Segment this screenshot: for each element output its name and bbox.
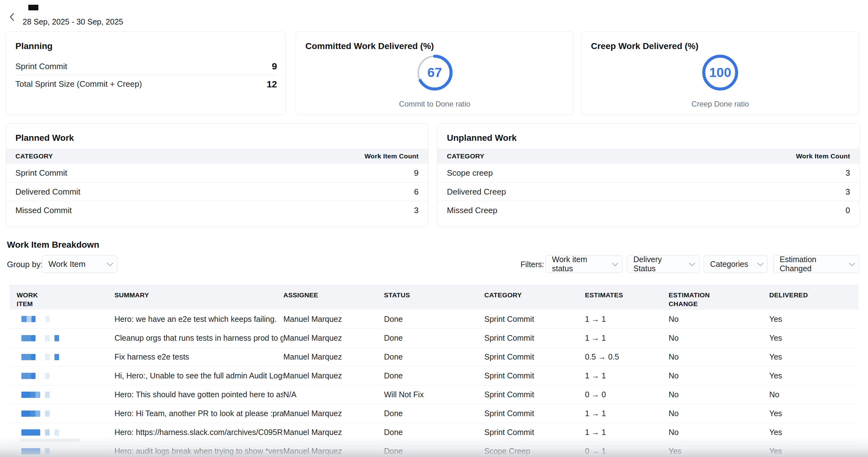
work-item-id-redacted	[17, 404, 115, 423]
work-item-id-redacted	[17, 329, 115, 347]
chevron-down-icon	[107, 260, 113, 266]
committed-gauge-value: 67	[416, 54, 453, 91]
work-item-id-redacted	[17, 385, 115, 404]
work-item-id-redacted	[17, 348, 115, 366]
category-label: Missed Commit	[16, 205, 72, 215]
estimates-cell: 1 → 1	[585, 428, 669, 437]
chevron-down-icon	[849, 260, 855, 266]
table-row[interactable]: Hi, Hero:, Unable to see the full admin …	[9, 366, 859, 385]
delivered-cell: Yes	[769, 333, 856, 342]
estimation-change-cell: Yes	[669, 447, 769, 456]
estimation-change-cell: No	[669, 333, 769, 342]
count-value: 9	[414, 168, 418, 178]
status-cell: Done	[384, 315, 484, 324]
assignee-cell: Manuel Marquez	[283, 333, 384, 342]
table-row: Missed Creep 0	[437, 201, 860, 219]
table-row[interactable]: Hero: Hi Team, another PR to look at ple…	[9, 404, 859, 423]
creep-gauge-value: 100	[702, 54, 738, 91]
delivered-cell: Yes	[769, 409, 856, 418]
filter-label: Estimation Changed	[780, 255, 844, 273]
filter-work-item-status[interactable]: Work item status	[545, 255, 622, 273]
estimation-change-cell: No	[669, 315, 769, 324]
table-row[interactable]: Hero: This should have gotten pointed he…	[9, 385, 859, 404]
column-estimation-change: ESTIMATION CHANGE	[669, 291, 716, 308]
delivered-cell: No	[769, 390, 856, 399]
column-estimates: ESTIMATES	[585, 291, 669, 299]
sprint-date-range: 28 Sep, 2025 - 30 Sep, 2025	[23, 17, 123, 26]
status-cell: Done	[384, 447, 484, 456]
filter-label: Delivery Status	[633, 255, 685, 273]
status-cell: Done	[384, 352, 484, 361]
estimation-change-cell: No	[669, 390, 769, 399]
filter-categories[interactable]: Categories	[704, 255, 768, 273]
delivered-cell: Yes	[769, 447, 856, 456]
work-item-id-redacted	[17, 309, 115, 328]
delivered-cell: Yes	[769, 428, 856, 437]
planned-work-header: CATEGORY Work Item Count	[6, 149, 428, 164]
category-cell: Sprint Commit	[484, 352, 585, 361]
status-cell: Done	[384, 371, 484, 380]
summary-cell: Hero: audit logs break when trying to sh…	[115, 447, 283, 456]
estimation-change-cell: No	[669, 409, 769, 418]
table-row: Delivered Creep 3	[437, 182, 860, 201]
kpi-value: 9	[272, 61, 277, 72]
category-label: Scope creep	[447, 168, 493, 178]
column-delivered: DELIVERED	[769, 291, 856, 299]
filter-estimation-changed[interactable]: Estimation Changed	[773, 255, 859, 273]
assignee-cell: Manuel Marquez	[283, 315, 384, 324]
estimates-cell: 0 → 0	[585, 390, 669, 399]
work-item-id-redacted	[17, 423, 115, 442]
estimation-change-cell: No	[669, 352, 769, 361]
group-by-select[interactable]: Work Item	[42, 255, 117, 273]
table-row: Scope creep 3	[437, 164, 860, 182]
back-button[interactable]	[9, 12, 15, 21]
column-work-item-count: Work Item Count	[365, 153, 418, 160]
assignee-cell: Manuel Marquez	[283, 447, 384, 456]
table-row[interactable]: Fix harness e2e tests Manuel Marquez Don…	[9, 347, 859, 366]
column-category: CATEGORY	[16, 153, 53, 160]
table-row[interactable]: Hero: we have an e2e test which keeps fa…	[9, 309, 859, 328]
column-assignee: ASSIGNEE	[283, 291, 384, 299]
count-value: 0	[846, 205, 850, 215]
column-work-item-count: Work Item Count	[796, 153, 850, 160]
status-cell: Done	[384, 333, 484, 342]
category-cell: Scope Creep	[484, 447, 585, 456]
estimates-cell: 1 → 1	[585, 333, 669, 342]
category-cell: Sprint Commit	[484, 390, 585, 399]
planning-row-sprint-commit: Sprint Commit 9	[16, 58, 277, 75]
creep-work-card: Creep Work Delivered (%) 100 Creep Done …	[581, 31, 859, 115]
planning-card: Planning Sprint Commit 9 Total Sprint Si…	[6, 31, 285, 115]
chevron-down-icon	[612, 260, 618, 266]
column-work-item: WORK ITEM	[17, 291, 42, 308]
table-row[interactable]: Hero: https://harness.slack.com/archives…	[9, 423, 859, 442]
filter-delivery-status[interactable]: Delivery Status	[627, 255, 700, 273]
summary-cell: Fix harness e2e tests	[115, 352, 283, 361]
chevron-left-icon	[10, 13, 13, 21]
table-row[interactable]: Hero: audit logs break when trying to sh…	[9, 442, 859, 457]
summary-cell: Hero: we have an e2e test which keeps fa…	[115, 315, 283, 324]
assignee-cell: Manuel Marquez	[283, 352, 384, 361]
column-summary: SUMMARY	[115, 291, 283, 299]
category-cell: Sprint Commit	[484, 371, 585, 380]
table-row[interactable]: Cleanup orgs that runs tests in harness …	[9, 328, 859, 347]
table-row: Delivered Commit 6	[6, 182, 428, 201]
estimates-cell: 1 → 1	[585, 315, 669, 324]
estimates-cell: 1 → 1	[585, 409, 669, 418]
table-row: Missed Commit 3	[6, 201, 428, 219]
estimates-cell: 1 → 1	[585, 371, 669, 380]
column-category: CATEGORY	[447, 153, 484, 160]
kpi-value: 12	[267, 79, 277, 90]
summary-cell: Hero: This should have gotten pointed he…	[115, 390, 283, 399]
work-item-id-redacted	[17, 442, 115, 457]
summary-cell: Cleanup orgs that runs tests in harness …	[115, 333, 283, 342]
planned-work-title: Planned Work	[16, 133, 74, 143]
category-label: Delivered Creep	[447, 187, 506, 197]
category-cell: Sprint Commit	[484, 315, 585, 324]
filter-label: Categories	[710, 260, 748, 269]
work-item-breakdown-title: Work Item Breakdown	[7, 240, 99, 250]
estimation-change-cell: No	[669, 371, 769, 380]
assignee-cell: Manuel Marquez	[283, 409, 384, 418]
count-value: 6	[414, 187, 418, 197]
column-category: CATEGORY	[484, 291, 585, 299]
creep-gauge: 100	[702, 54, 738, 91]
